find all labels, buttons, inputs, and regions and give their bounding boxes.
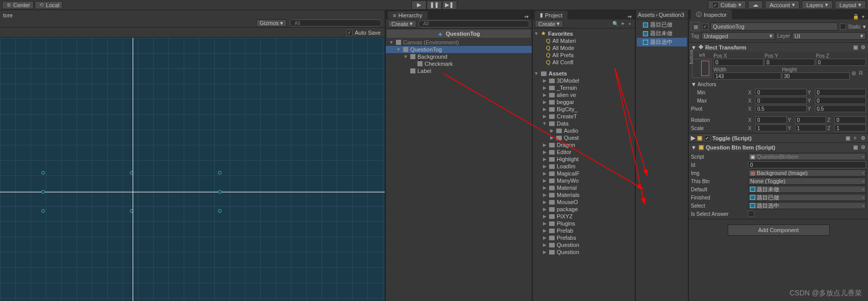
script-ref-field[interactable]: ▣QuestionBtnItem [748,153,866,160]
scale-z-field[interactable]: 1 [834,124,866,132]
object-picker-icon[interactable] [862,172,864,174]
expand-icon[interactable]: ▼ [403,54,408,59]
project-item[interactable]: ▶Highlight [534,156,634,163]
finished-ref-field[interactable]: 题目已做 [748,194,866,201]
pivot-y-field[interactable]: 0.5 [815,105,866,112]
gameobject-name-field[interactable]: QuestionTog [710,22,838,31]
preset-icon[interactable]: ≡ [852,135,858,141]
anchor-min-y-field[interactable]: 0 [815,89,866,96]
project-item[interactable]: ▶MagicalF [534,170,634,177]
layers-dropdown[interactable]: Layers▾ [802,1,833,9]
raw-edit-icon[interactable]: R [858,70,864,77]
asset-item[interactable]: 题目已做 [637,20,687,29]
project-item[interactable]: QAll Materi [534,37,634,44]
project-item[interactable]: QAll Prefa [534,52,634,59]
gizmos-dropdown[interactable]: Gizmos▾ [256,19,287,27]
hierarchy-item[interactable]: ▼Canvas (Environment) [386,39,532,46]
project-item[interactable]: ▶package [534,206,634,213]
project-item[interactable]: ▶Question [534,241,634,248]
gear-icon[interactable]: ⚙ [860,44,866,51]
project-item[interactable]: ▶LoadIm [534,163,634,170]
active-checkbox[interactable]: ✓ [702,23,708,30]
project-item[interactable]: QAll Confl [534,59,634,66]
rect-transform-header[interactable]: ▼ ✥ Rect Transform ▣⚙ [689,43,868,52]
project-item[interactable]: ▶MouseO [534,198,634,206]
project-item[interactable]: ▼Assets [534,70,634,77]
scene-tab[interactable]: tore [3,12,13,18]
toggle-component-header[interactable]: ▶ ▣ ✓ Toggle (Script) ▣≡⚙ [689,134,868,142]
asset-item[interactable]: 题目未做 [637,29,687,38]
anchor-max-y-field[interactable]: 0 [815,97,866,104]
project-item[interactable]: ▶Prefab [534,227,634,234]
project-item[interactable]: ▶Quest [534,134,634,141]
pivot-x-field[interactable]: 0.5 [755,105,807,112]
project-item[interactable] [534,66,634,70]
scale-y-field[interactable]: 1 [795,124,827,132]
project-tab[interactable]: ▮Project [535,11,567,19]
hierarchy-scene-header[interactable]: ◈ QuestionTog [387,30,531,38]
hierarchy-item[interactable]: Checkmark [386,60,532,67]
anchor-min-x-field[interactable]: 0 [755,89,807,96]
expand-icon[interactable]: ▼ [691,81,697,87]
width-field[interactable]: 143 [713,72,781,80]
id-field[interactable]: 0 [748,161,866,168]
project-item[interactable]: ▶BigCity_ [534,106,634,113]
project-item[interactable]: ▼Data [534,120,634,127]
project-item[interactable]: ▶Material [534,184,634,191]
layout-dropdown[interactable]: Layout▾ [835,1,866,9]
qbi-component-header[interactable]: ▼ ▣ Question Btn Item (Script) ▣⚙ [689,143,868,152]
account-dropdown[interactable]: Account▾ [765,1,800,9]
posz-field[interactable]: 0 [816,59,866,66]
play-button[interactable]: ▶ [411,1,427,10]
hierarchy-create-dropdown[interactable]: Create▾ [388,20,416,28]
object-picker-icon[interactable] [862,205,864,207]
expand-icon[interactable]: ▼ [396,47,401,52]
save-icon[interactable]: ▪ [627,21,633,27]
help-icon[interactable]: ▣ [852,44,858,51]
project-item[interactable]: ▶Dragon [534,141,634,148]
toggle-enabled-checkbox[interactable]: ✓ [704,135,710,141]
rot-y-field[interactable]: 0 [795,116,827,123]
expand-icon[interactable]: ▼ [389,40,394,45]
pause-button[interactable]: ❚❚ [427,1,442,10]
is-select-answer-checkbox[interactable] [748,211,754,217]
cloud-button[interactable]: ☁ [748,1,763,9]
gear-icon[interactable]: ⚙ [860,135,866,141]
resize-handle[interactable] [130,171,133,174]
breadcrumb-item[interactable]: Assets [638,12,655,18]
project-item[interactable]: ▶beggar [534,98,634,106]
project-item[interactable]: ▶Editor [534,148,634,156]
chevron-down-icon[interactable]: ▾ [863,23,866,30]
panel-options-icon[interactable]: ▾ [860,13,866,19]
hierarchy-item[interactable]: Label [386,67,532,74]
resize-handle[interactable] [41,171,45,174]
posx-field[interactable]: 0 [713,59,763,66]
height-field[interactable]: 30 [782,72,850,80]
project-item[interactable]: ▶CreateT [534,113,634,120]
default-ref-field[interactable]: 题目未做 [748,186,866,193]
asset-item[interactable]: 题目选中 [637,38,687,46]
filter-icon[interactable]: ✦ [619,21,626,27]
project-item[interactable]: ▶3DModel [534,77,634,84]
tag-dropdown[interactable]: Untagged▾ [701,32,775,40]
select-ref-field[interactable]: 题目选中 [748,202,866,209]
step-button[interactable]: ▶❚ [442,1,457,10]
scene-search-input[interactable] [290,19,382,27]
project-item[interactable]: ▶Prefabs [534,234,634,241]
scene-view[interactable]: 第 题 [0,38,385,301]
resize-handle[interactable] [218,190,221,194]
thisbtn-ref-field[interactable]: None (Toggle) [748,178,866,185]
project-item[interactable]: ▶Audio [534,127,634,134]
help-icon[interactable]: ▣ [852,144,858,150]
project-item[interactable]: ▶Question [534,248,634,256]
project-item[interactable]: ▶PiXYZ [534,213,634,220]
posy-field[interactable]: 0 [764,59,814,66]
resize-handle[interactable] [41,209,45,213]
gameobject-icon[interactable]: ▦ [691,22,700,31]
hierarchy-tab[interactable]: ≡Hierarchy [388,11,428,19]
project-create-dropdown[interactable]: Create▾ [535,20,563,28]
static-checkbox[interactable] [840,23,846,30]
autosave-checkbox[interactable]: ✓ [346,30,353,36]
gear-icon[interactable]: ⚙ [860,144,866,150]
layer-dropdown[interactable]: UI▾ [792,32,866,40]
